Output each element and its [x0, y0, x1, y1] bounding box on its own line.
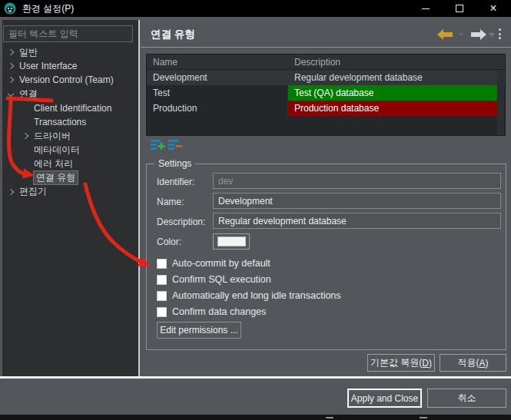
title-bar: 환경 설정(P) × [0, 0, 511, 17]
color-picker-button[interactable] [213, 233, 250, 250]
identifier-field [213, 173, 501, 189]
back-arrow-icon [437, 29, 453, 40]
cancel-button[interactable]: 취소 [427, 389, 506, 408]
maximize-icon [456, 5, 463, 12]
apply-button[interactable]: 적용(A) [440, 354, 506, 372]
tree-item-metadata[interactable]: 메타데이터 [2, 143, 138, 157]
identifier-label: Identifier: [157, 177, 194, 187]
autocommit-checkbox[interactable] [157, 259, 167, 269]
forward-history-dropdown[interactable] [489, 33, 495, 37]
chevron-right-icon [22, 133, 28, 139]
back-button[interactable] [436, 28, 453, 41]
chevron-right-icon [8, 189, 14, 195]
minus-icon [176, 145, 183, 147]
checkbox-row-confirm-sql: Confirm SQL execution [157, 274, 271, 285]
plus-icon [158, 143, 165, 150]
add-connection-type-button[interactable] [151, 139, 166, 153]
column-header-name: Name [147, 55, 288, 69]
restore-defaults-button[interactable]: 기본값 복원(D) [367, 354, 435, 372]
name-field[interactable] [213, 193, 501, 209]
filter-input[interactable] [3, 25, 133, 42]
tree-item-version-control[interactable]: Version Control (Team) [2, 73, 138, 87]
chevron-right-icon [8, 49, 14, 55]
tree-item-error-handling[interactable]: 에러 처리 [2, 157, 138, 171]
app-logo-icon [4, 2, 16, 15]
name-label: Name: [157, 197, 184, 207]
forward-arrow-icon [471, 29, 486, 40]
apply-and-close-button[interactable]: Apply and Close [347, 389, 422, 408]
window-title: 환경 설정(P) [22, 2, 74, 15]
minimize-icon [422, 8, 430, 9]
back-history-dropdown[interactable] [458, 33, 464, 37]
header-divider [141, 47, 511, 48]
end-idle-transactions-checkbox[interactable] [157, 291, 167, 301]
pane-divider[interactable] [138, 20, 140, 376]
forward-button[interactable] [470, 28, 487, 41]
table-scrollbar[interactable] [497, 70, 504, 135]
confirm-sql-checkbox[interactable] [157, 275, 167, 285]
edit-permissions-button[interactable]: Edit permissions ... [157, 322, 241, 339]
chevron-right-icon [8, 77, 14, 83]
close-icon: × [489, 2, 496, 15]
tree-item-connection-types[interactable]: 연결 유형 [2, 171, 138, 185]
tree-item-editors[interactable]: 편집기 [2, 185, 138, 199]
color-label: Color: [157, 236, 181, 247]
table-header-row: Name Description [147, 55, 505, 70]
checkbox-row-autocommit: Auto-commit by default [157, 258, 270, 269]
description-label: Description: [157, 217, 205, 227]
connection-types-table: Name Description Development Regular dev… [146, 54, 506, 136]
tree-item-general[interactable]: 일반 [2, 45, 138, 59]
tree-item-drivers[interactable]: 드라이버 [2, 129, 138, 143]
chevron-right-icon [8, 63, 14, 69]
description-field[interactable] [213, 213, 501, 229]
tree-item-user-interface[interactable]: User Interface [2, 59, 138, 73]
preferences-sidebar: 일반 User Interface Version Control (Team)… [2, 20, 138, 376]
table-row-test[interactable]: Test Test (QA) database [147, 85, 505, 101]
column-header-description: Description [288, 55, 499, 69]
preferences-window: 환경 설정(P) × 일반 User Interface Version Con… [0, 0, 511, 420]
table-row-production[interactable]: Production Production database [147, 101, 505, 116]
preferences-tree: 일반 User Interface Version Control (Team)… [2, 45, 138, 199]
settings-legend: Settings [154, 158, 195, 169]
close-button[interactable]: × [476, 0, 510, 17]
table-row-development[interactable]: Development Regular development database [147, 70, 505, 85]
kebab-icon [499, 28, 501, 31]
taskbar-strip [0, 415, 511, 420]
tree-item-client-identification[interactable]: Client Identification [2, 101, 138, 115]
page-title: 연결 유형 [151, 28, 195, 41]
remove-connection-type-button[interactable] [168, 139, 184, 153]
chevron-down-icon [8, 90, 14, 96]
checkbox-row-end-idle: Automatically end long idle transactions [157, 290, 341, 301]
maximize-button[interactable] [443, 0, 476, 17]
view-menu-button[interactable] [499, 28, 502, 41]
tree-item-transactions[interactable]: Transactions [2, 115, 138, 129]
color-swatch [217, 236, 246, 246]
tree-item-connections[interactable]: 연결 [2, 88, 138, 101]
confirm-data-changes-checkbox[interactable] [157, 307, 167, 317]
checkbox-row-confirm-data: Confirm data changes [157, 306, 266, 317]
minimize-button[interactable] [409, 0, 443, 17]
